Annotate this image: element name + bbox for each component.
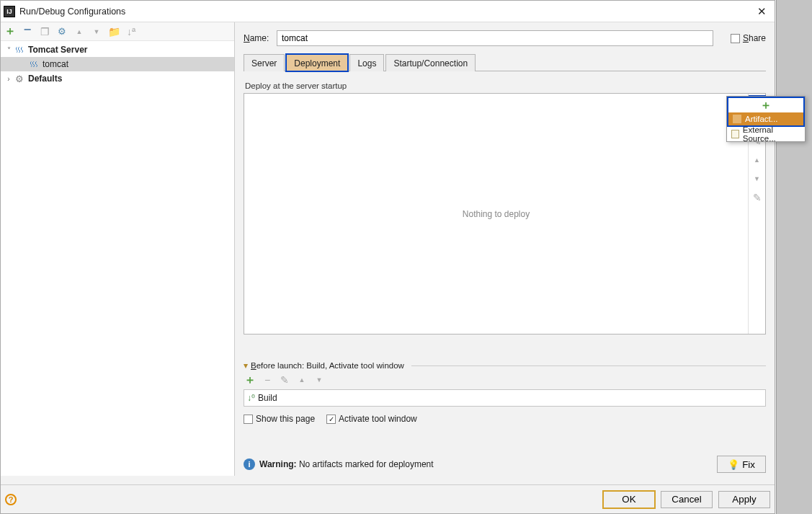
tree-node-tomcat[interactable]: ᯾ tomcat xyxy=(1,57,234,71)
help-icon[interactable]: ? xyxy=(5,494,17,505)
cancel-button[interactable]: Cancel xyxy=(661,491,713,508)
move-up-icon[interactable] xyxy=(74,27,84,37)
popup-label: External Source... xyxy=(743,125,800,143)
external-scrollbar xyxy=(776,0,812,514)
bulb-icon: 💡 xyxy=(728,459,739,470)
move-down-icon[interactable] xyxy=(314,375,324,385)
tree-label: Defaults xyxy=(28,74,62,84)
sort-icon[interactable]: ↓ª xyxy=(126,27,136,37)
details-pane: Name: Share Server Deployment Logs Start… xyxy=(235,22,775,476)
move-down-icon[interactable] xyxy=(751,173,763,185)
edit-task-icon[interactable]: ✎ xyxy=(280,375,290,385)
move-up-icon[interactable] xyxy=(751,154,763,166)
tab-server[interactable]: Server xyxy=(244,54,285,71)
warning-row: i Warning: No artifacts marked for deplo… xyxy=(244,453,766,476)
add-config-icon[interactable]: ＋ xyxy=(5,27,15,37)
name-label: Name: xyxy=(244,33,277,43)
settings-icon[interactable]: ⚙ xyxy=(57,27,67,37)
before-launch-label: Before launch: Build, Activate tool wind… xyxy=(251,361,404,370)
show-page-label: Show this page xyxy=(256,414,315,424)
tomcat-server-icon: ᯾ xyxy=(14,44,25,56)
remove-task-icon[interactable]: − xyxy=(262,375,272,385)
config-tree[interactable]: ˅ ᯾ Tomcat Server ᯾ tomcat › ⚙ Defaults xyxy=(1,41,234,476)
tomcat-icon: ᯾ xyxy=(28,58,40,70)
popup-item-external-source[interactable]: External Source... xyxy=(727,127,805,141)
collapse-icon[interactable]: ▾ xyxy=(244,360,248,371)
activate-tool-window-checkbox[interactable]: ✓ Activate tool window xyxy=(326,414,417,424)
edit-pencil-icon[interactable]: ✎ xyxy=(751,192,763,203)
info-icon: i xyxy=(244,458,255,470)
before-launch-list[interactable]: ↓⁰ Build xyxy=(244,389,766,407)
move-up-icon[interactable] xyxy=(297,375,307,385)
expand-icon[interactable]: ˅ xyxy=(4,46,14,54)
tree-toolbar: ＋ − ❐ ⚙ 📁 ↓ª xyxy=(1,22,234,41)
before-launch-header[interactable]: ▾ Before launch: Build, Activate tool wi… xyxy=(244,360,766,371)
fix-button[interactable]: 💡 Fix xyxy=(717,456,766,473)
tree-node-tomcat-server[interactable]: ˅ ᯾ Tomcat Server xyxy=(1,43,234,57)
before-launch-toolbar: ＋ − ✎ xyxy=(244,371,766,389)
build-task-label: Build xyxy=(258,393,277,403)
folder-icon[interactable]: 📁 xyxy=(109,27,119,37)
share-label: Share xyxy=(743,33,766,43)
apply-button[interactable]: Apply xyxy=(718,491,770,508)
separator xyxy=(411,365,766,366)
tab-bar: Server Deployment Logs Startup/Connectio… xyxy=(244,53,766,71)
popup-label: Artifact... xyxy=(745,115,777,123)
checkbox-icon[interactable] xyxy=(244,415,253,424)
tab-startup-connection[interactable]: Startup/Connection xyxy=(385,54,476,71)
window-title: Run/Debug Configurations xyxy=(19,6,751,17)
app-icon: IJ xyxy=(4,6,15,17)
build-icon: ↓⁰ xyxy=(247,393,255,403)
tree-label: Tomcat Server xyxy=(28,45,87,55)
artifact-icon xyxy=(733,115,741,123)
popup-item-artifact[interactable]: Artifact... xyxy=(727,112,805,127)
tree-node-defaults[interactable]: › ⚙ Defaults xyxy=(1,71,234,86)
titlebar: IJ Run/Debug Configurations ✕ xyxy=(1,1,775,22)
defaults-icon: ⚙ xyxy=(14,73,25,84)
expand-icon[interactable]: › xyxy=(4,75,14,83)
popup-plus-icon[interactable]: ＋ xyxy=(727,97,805,112)
checkbox-icon[interactable]: ✓ xyxy=(326,415,336,424)
show-this-page-checkbox[interactable]: Show this page xyxy=(244,414,315,424)
checkbox-icon[interactable] xyxy=(731,34,740,43)
external-source-icon xyxy=(731,130,739,138)
ok-button[interactable]: OK xyxy=(603,491,655,508)
close-icon[interactable]: ✕ xyxy=(751,5,772,18)
tab-logs[interactable]: Logs xyxy=(349,54,384,71)
deploy-list-box: Nothing to deploy ＋ − ✎ ✎ xyxy=(244,93,766,334)
deploy-empty-text: Nothing to deploy xyxy=(244,94,748,334)
move-down-icon[interactable] xyxy=(92,27,102,37)
dialog-button-bar: ? OK Cancel Apply xyxy=(1,484,775,513)
tab-deployment[interactable]: Deployment xyxy=(286,54,348,71)
add-artifact-popup: ＋ Artifact... External Source... xyxy=(726,96,806,142)
deploy-header: Deploy at the server startup xyxy=(245,81,766,90)
dialog-window: IJ Run/Debug Configurations ✕ ＋ − ❐ ⚙ 📁 … xyxy=(0,0,775,514)
remove-config-icon[interactable]: − xyxy=(22,25,32,35)
tree-label: tomcat xyxy=(43,59,68,69)
add-task-icon[interactable]: ＋ xyxy=(245,375,255,385)
name-input[interactable] xyxy=(277,30,713,46)
activate-tool-label: Activate tool window xyxy=(339,414,417,424)
share-checkbox[interactable]: Share xyxy=(731,33,766,43)
configurations-tree-pane: ＋ − ❐ ⚙ 📁 ↓ª ˅ ᯾ Tomcat Server ᯾ tomcat xyxy=(1,22,235,476)
warning-text: Warning: No artifacts marked for deploym… xyxy=(259,459,434,469)
copy-config-icon[interactable]: ❐ xyxy=(40,27,50,37)
